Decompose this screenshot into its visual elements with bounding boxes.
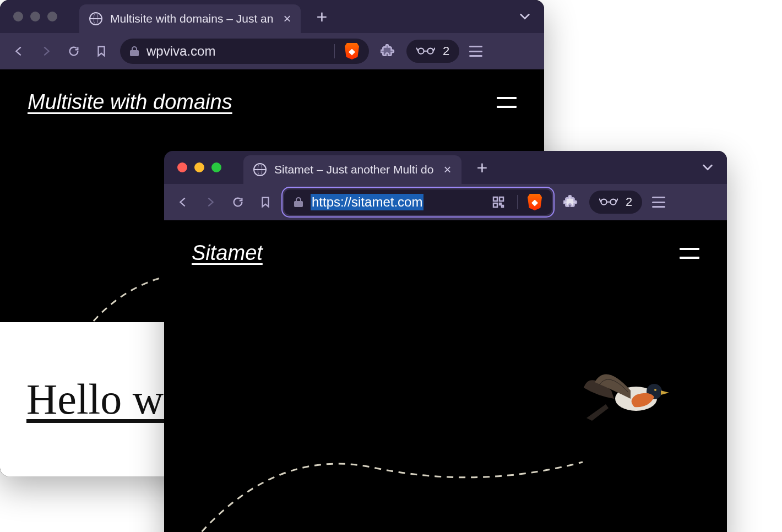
url-divider xyxy=(334,44,335,58)
brave-shield-icon[interactable] xyxy=(345,43,359,59)
bookmark-button[interactable] xyxy=(257,193,274,211)
svg-point-0 xyxy=(418,48,423,54)
tracker-count: 2 xyxy=(443,44,449,58)
hero-heading[interactable]: Hello wo xyxy=(26,374,185,424)
forward-button[interactable] xyxy=(37,42,55,60)
bird-image xyxy=(584,368,672,429)
svg-point-6 xyxy=(610,199,616,205)
new-tab-button[interactable]: + xyxy=(470,158,495,177)
back-button[interactable] xyxy=(10,42,28,60)
globe-icon xyxy=(89,12,102,25)
browser-tab[interactable]: Multisite with domains – Just an × xyxy=(79,4,301,33)
url-text: https://sitamet.com xyxy=(311,194,423,210)
extensions-button[interactable] xyxy=(379,42,397,60)
main-menu-button[interactable] xyxy=(652,197,665,208)
browser-tab[interactable]: Sitamet – Just another Multi do × xyxy=(243,155,461,184)
lock-icon xyxy=(294,197,303,207)
site-title-link[interactable]: Multisite with domains xyxy=(28,90,232,114)
tab-list-button[interactable] xyxy=(514,6,535,27)
new-tab-button[interactable]: + xyxy=(309,7,334,26)
bookmark-button[interactable] xyxy=(93,42,110,60)
address-bar[interactable]: https://sitamet.com xyxy=(284,189,552,215)
svg-rect-2 xyxy=(493,197,497,201)
tab-list-button[interactable] xyxy=(697,157,718,178)
glasses-icon xyxy=(416,44,435,58)
extensions-button[interactable] xyxy=(562,193,579,211)
tracker-pill[interactable]: 2 xyxy=(406,40,459,63)
window-close-dot[interactable] xyxy=(13,12,23,21)
window-maximize-dot[interactable] xyxy=(47,12,57,21)
tracker-count: 2 xyxy=(626,195,632,209)
hero-white-block: Hello wo xyxy=(0,322,165,476)
tab-strip: Multisite with domains – Just an × + xyxy=(0,0,544,33)
glasses-icon xyxy=(599,195,618,209)
tracker-pill[interactable]: 2 xyxy=(589,191,642,214)
tab-title: Multisite with domains – Just an xyxy=(110,12,273,25)
site-menu-button[interactable] xyxy=(497,97,517,108)
site-title-link[interactable]: Sitamet xyxy=(192,241,263,265)
brave-shield-icon[interactable] xyxy=(528,194,542,210)
svg-rect-3 xyxy=(499,197,503,201)
window-minimize-dot[interactable] xyxy=(30,12,40,21)
svg-point-9 xyxy=(654,389,656,391)
browser-window-front: Sitamet – Just another Multi do × + http… xyxy=(164,151,727,532)
svg-rect-4 xyxy=(493,203,497,207)
qr-icon[interactable] xyxy=(490,193,507,211)
site-header: Sitamet xyxy=(164,220,727,286)
toolbar: wpviva.com 2 xyxy=(0,33,544,69)
main-menu-button[interactable] xyxy=(469,46,482,57)
globe-icon xyxy=(253,163,267,176)
svg-point-5 xyxy=(601,199,606,205)
page-body: Sitamet xyxy=(164,220,727,532)
toolbar: https://sitamet.com 2 xyxy=(164,184,727,220)
site-menu-button[interactable] xyxy=(680,248,699,259)
window-close-dot[interactable] xyxy=(177,162,187,172)
site-header: Multisite with domains xyxy=(0,69,544,135)
svg-point-1 xyxy=(427,48,433,54)
reload-button[interactable] xyxy=(229,193,247,211)
reload-button[interactable] xyxy=(65,42,83,60)
address-bar[interactable]: wpviva.com xyxy=(120,39,369,64)
forward-button[interactable] xyxy=(202,193,219,211)
back-button[interactable] xyxy=(174,193,192,211)
traffic-lights xyxy=(13,12,57,21)
tab-strip: Sitamet – Just another Multi do × + xyxy=(164,151,727,184)
close-tab-icon[interactable]: × xyxy=(443,163,451,176)
close-tab-icon[interactable]: × xyxy=(283,12,291,25)
url-text: wpviva.com xyxy=(146,44,324,59)
traffic-lights xyxy=(177,162,221,172)
window-maximize-dot[interactable] xyxy=(211,162,221,172)
tab-title: Sitamet – Just another Multi do xyxy=(274,163,433,176)
hero-section xyxy=(164,286,727,532)
lock-icon xyxy=(130,46,139,56)
window-minimize-dot[interactable] xyxy=(194,162,204,172)
url-divider xyxy=(517,195,518,209)
